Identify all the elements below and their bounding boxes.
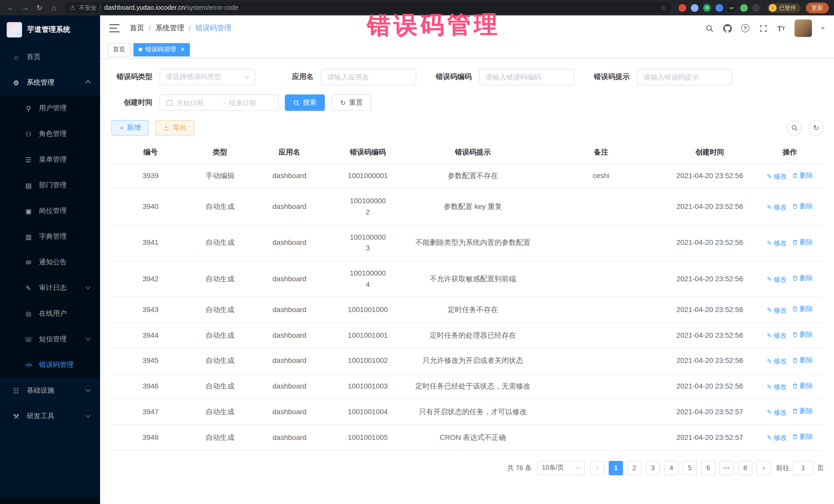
extension-green-v[interactable]: V <box>703 4 711 12</box>
extension-blue-grid[interactable] <box>716 4 723 12</box>
pager-page-6[interactable]: 6 <box>701 461 716 475</box>
breadcrumb-home[interactable]: 首页 <box>130 24 144 33</box>
edit-link[interactable]: ✎修改 <box>767 331 787 341</box>
browser-forward-icon[interactable]: → <box>20 4 31 12</box>
delete-link[interactable]: 删除 <box>792 237 813 247</box>
error-code-input[interactable] <box>479 69 574 85</box>
delete-link[interactable]: 删除 <box>792 355 813 366</box>
sidebar-toggle-icon[interactable] <box>109 24 119 32</box>
search-button[interactable]: 搜索 <box>285 94 325 111</box>
delete-link[interactable]: 删除 <box>792 273 813 284</box>
sidebar-item-dept-management[interactable]: ▤部门管理 <box>0 172 100 198</box>
edit-link-label: 修改 <box>773 407 787 418</box>
sidebar-item-sms-management[interactable]: ☏短信管理 <box>0 326 100 352</box>
end-date-input[interactable] <box>229 99 272 107</box>
extension-lightblue-dot[interactable] <box>691 4 699 12</box>
edit-link[interactable]: ✎修改 <box>767 274 787 285</box>
tab-active-dot-icon <box>138 48 142 51</box>
extension-green-paw[interactable] <box>740 4 748 12</box>
add-button[interactable]: + 新增 <box>111 120 149 135</box>
edit-link[interactable]: ✎修改 <box>767 356 787 367</box>
browser-home-icon[interactable]: ⌂ <box>48 4 60 12</box>
cell-code: 1001000003 <box>329 225 407 261</box>
reset-button[interactable]: ↻ 重置 <box>332 94 371 111</box>
breadcrumb-system[interactable]: 系统管理 <box>155 24 184 33</box>
cell-message: 不允许获取敏感配置到前端 <box>407 261 539 297</box>
extension-on-badge[interactable]: on <box>728 4 736 12</box>
extension-red-dot[interactable] <box>679 4 686 12</box>
pager-next-button[interactable]: › <box>756 461 771 475</box>
tab-close-icon[interactable]: ✕ <box>180 46 185 53</box>
font-size-icon[interactable]: TT <box>776 24 786 33</box>
page-size-select[interactable]: 10条/页 <box>537 461 585 475</box>
address-bar[interactable]: ⚠ 不安全 dashboard.yudao.iocoder.cn/system/… <box>65 2 671 13</box>
pager-page-1[interactable]: 1 <box>609 461 623 475</box>
delete-link[interactable]: 删除 <box>792 304 813 314</box>
pager-page-8[interactable]: 8 <box>738 461 752 475</box>
start-date-input[interactable] <box>177 99 220 107</box>
sidebar-item-online-users[interactable]: ◎在线用户 <box>0 301 100 326</box>
delete-link[interactable]: 删除 <box>792 432 813 442</box>
sidebar-item-system-management[interactable]: ⚙系统管理 <box>0 70 100 95</box>
delete-link[interactable]: 删除 <box>792 329 813 340</box>
help-icon[interactable]: ? <box>741 24 750 33</box>
edit-link[interactable]: ✎修改 <box>767 238 787 248</box>
tab-error-code[interactable]: 错误码管理 ✕ <box>133 43 190 56</box>
date-range-picker[interactable]: - <box>160 94 279 111</box>
app-logo[interactable]: 芋道管理系统 <box>0 15 100 44</box>
profile-chip[interactable]: ☺ 已暂停 <box>767 3 800 13</box>
cell-remark <box>539 297 664 323</box>
sidebar-item-dev-tools[interactable]: ⚒研发工具 <box>0 403 100 429</box>
pager-page-5[interactable]: 5 <box>683 461 697 475</box>
export-button[interactable]: 导出 <box>155 120 195 135</box>
edit-link[interactable]: ✎修改 <box>767 202 787 213</box>
edit-link[interactable]: ✎修改 <box>767 433 787 443</box>
sidebar-item-role-management[interactable]: ⚇角色管理 <box>0 121 100 147</box>
browser-back-icon[interactable]: ← <box>5 4 17 12</box>
sidebar-item-audit-log[interactable]: ✎审计日志 <box>0 275 100 301</box>
extension-dark-pin[interactable] <box>752 4 760 12</box>
pager-page-4[interactable]: 4 <box>664 461 679 475</box>
profile-avatar-icon: ☺ <box>769 4 776 12</box>
sidebar-collapse-bar[interactable] <box>0 497 100 504</box>
pager-page-2[interactable]: 2 <box>627 461 641 475</box>
edit-link[interactable]: ✎修改 <box>767 407 787 418</box>
error-hint-input[interactable] <box>637 69 732 85</box>
sidebar-item-dict-management[interactable]: ▥字典管理 <box>0 224 100 249</box>
cell-type: 自动生成 <box>190 323 250 348</box>
app-name-input[interactable] <box>321 69 416 85</box>
toggle-search-button[interactable] <box>787 120 802 135</box>
sidebar-item-post-management[interactable]: ▣岗位管理 <box>0 198 100 224</box>
error-type-select[interactable]: 请选择错误码类型 <box>160 69 255 85</box>
user-avatar[interactable] <box>794 20 812 37</box>
edit-link[interactable]: ✎修改 <box>767 305 787 315</box>
pager-more-button[interactable]: ••• <box>720 461 734 475</box>
browser-refresh-icon[interactable]: ↻ <box>34 4 45 12</box>
edit-link[interactable]: ✎修改 <box>767 382 787 392</box>
edit-link[interactable]: ✎修改 <box>767 171 787 182</box>
avatar-dropdown-caret-icon[interactable] <box>821 27 825 29</box>
sidebar-item-infrastructure[interactable]: ☷基础设施 <box>0 378 100 403</box>
sidebar-item-user-management[interactable]: ⚲用户管理 <box>0 95 100 121</box>
chevron-down-icon <box>85 412 91 417</box>
column-header-4: 错误码提示 <box>407 141 539 163</box>
tab-home[interactable]: 首页 <box>108 43 130 56</box>
bookmark-star-icon[interactable]: ☆ <box>660 4 666 12</box>
sidebar-item-notice-announcement[interactable]: ✉通知公告 <box>0 249 100 275</box>
sidebar-item-error-code-management[interactable]: </>错误码管理 <box>0 352 100 378</box>
github-icon[interactable] <box>723 24 732 33</box>
goto-page-input[interactable] <box>793 461 813 475</box>
search-icon[interactable] <box>705 24 714 33</box>
refresh-table-button[interactable]: ↻ <box>808 120 824 135</box>
sidebar-item-menu-management[interactable]: ☰菜单管理 <box>0 147 100 172</box>
fullscreen-icon[interactable] <box>759 24 768 33</box>
browser-update-button[interactable]: 更新 <box>806 2 829 13</box>
delete-link[interactable]: 删除 <box>792 406 813 416</box>
delete-link-label: 删除 <box>799 406 813 416</box>
pager-prev-button[interactable]: ‹ <box>590 461 605 475</box>
delete-link[interactable]: 删除 <box>792 170 813 180</box>
pager-page-3[interactable]: 3 <box>646 461 660 475</box>
sidebar-item-home[interactable]: ⌂首页 <box>0 44 100 70</box>
delete-link[interactable]: 删除 <box>792 201 813 211</box>
delete-link[interactable]: 删除 <box>792 380 813 391</box>
